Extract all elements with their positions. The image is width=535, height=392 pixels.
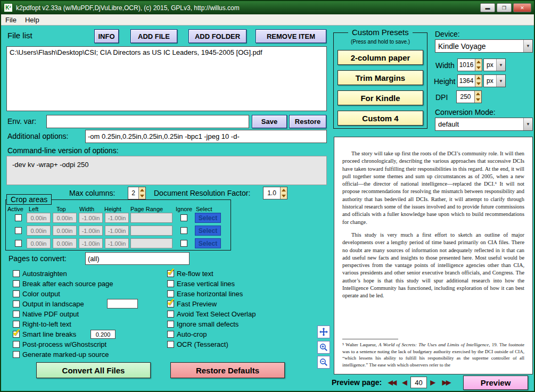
checkbox-auto-crop[interactable] [167, 331, 174, 338]
crop-top-input[interactable] [53, 238, 77, 248]
crop-left-input[interactable] [27, 213, 51, 223]
crop-active-checkbox[interactable] [15, 240, 22, 247]
spinner-up-icon[interactable] [475, 59, 482, 65]
spinner-up-icon[interactable] [139, 187, 145, 193]
crop-height-input[interactable] [105, 226, 129, 236]
checkbox-output-landscape[interactable] [13, 301, 20, 307]
restore-defaults-button[interactable]: Restore Defaults [170, 362, 285, 378]
spinner-down-icon[interactable] [475, 97, 481, 103]
menu-help[interactable]: Help [25, 16, 39, 24]
spinner-up-icon[interactable] [475, 75, 482, 81]
menu-file[interactable]: File [5, 16, 17, 24]
env-var-input[interactable] [46, 115, 249, 128]
save-button[interactable]: Save [252, 115, 287, 128]
dpi-spinner[interactable]: 250 [456, 90, 482, 103]
chevron-down-icon[interactable]: ▼ [523, 40, 532, 52]
resolution-factor-value[interactable]: 1.0 [264, 187, 280, 199]
last-page-button[interactable]: ▶▶ [439, 377, 454, 388]
max-columns-value[interactable]: 2 [128, 187, 138, 199]
close-button[interactable]: ✕ [513, 3, 531, 12]
landscape-pages-input[interactable] [107, 299, 138, 308]
chevron-down-icon[interactable]: ▼ [523, 118, 532, 130]
preview-button[interactable]: Preview [463, 376, 528, 390]
crop-ignore-checkbox[interactable] [180, 240, 187, 247]
max-columns-spinner[interactable]: 2 [128, 187, 146, 199]
additional-options-input[interactable] [85, 130, 327, 143]
checkbox-ignore-defects[interactable] [167, 321, 174, 328]
checkbox-break-after-page[interactable] [13, 280, 20, 287]
spinner-up-icon[interactable] [475, 91, 481, 97]
spinner-up-icon[interactable] [281, 187, 287, 193]
pages-to-convert-input[interactable] [85, 252, 190, 265]
crop-width-input[interactable] [79, 226, 103, 236]
fit-page-button[interactable] [317, 326, 330, 338]
info-button[interactable]: INFO [94, 29, 119, 43]
checkbox-native-pdf[interactable] [13, 311, 20, 318]
smart-line-breaks-input[interactable] [90, 330, 116, 339]
restore-button[interactable]: Restore [289, 115, 326, 128]
chevron-down-icon[interactable]: ▼ [496, 59, 505, 71]
crop-top-input[interactable] [53, 213, 77, 223]
spinner-down-icon[interactable] [475, 81, 482, 87]
conversion-mode-select[interactable]: default ▼ [435, 118, 533, 131]
spinner-down-icon[interactable] [281, 193, 287, 199]
width-unit-select[interactable]: px ▼ [483, 59, 506, 71]
crop-height-input[interactable] [105, 238, 129, 248]
crop-width-input[interactable] [79, 238, 103, 248]
remove-item-button[interactable]: REMOVE ITEM [256, 29, 326, 43]
first-page-button[interactable]: ◀◀ [384, 377, 399, 388]
width-value[interactable]: 1016 [458, 59, 475, 71]
preview-pane[interactable]: The story will take up first the roots o… [334, 137, 533, 374]
height-value[interactable]: 1364 [458, 75, 475, 87]
minimize-button[interactable]: ▬ [480, 3, 495, 12]
dpi-value[interactable]: 250 [457, 91, 474, 103]
crop-left-input[interactable] [27, 226, 51, 236]
file-list[interactable]: C:\Users\Flash\Desktop\CSI; CIA Director… [6, 46, 327, 111]
preset-trim-margins-button[interactable]: Trim Margins [338, 70, 423, 85]
zoom-in-button[interactable] [317, 341, 330, 354]
chevron-down-icon[interactable]: ▼ [496, 75, 505, 87]
crop-active-checkbox[interactable] [15, 214, 22, 221]
zoom-out-button[interactable] [317, 356, 330, 369]
checkbox-ocr[interactable] [167, 341, 174, 348]
device-select[interactable]: Kindle Voyage ▼ [435, 39, 533, 53]
crop-ignore-checkbox[interactable] [180, 214, 187, 221]
crop-select-button[interactable]: Select [195, 226, 221, 236]
checkbox-avoid-overlap[interactable] [167, 311, 174, 318]
height-unit-select[interactable]: px ▼ [483, 74, 506, 87]
preset-for-kindle-button[interactable]: For Kindle [338, 90, 423, 105]
crop-width-input[interactable] [79, 213, 103, 223]
checkbox-color-output[interactable] [13, 290, 20, 297]
height-spinner[interactable]: 1364 [457, 74, 482, 87]
previous-page-button[interactable]: ◀ [400, 377, 409, 388]
width-spinner[interactable]: 1016 [457, 59, 482, 71]
crop-page-range-input[interactable] [130, 226, 172, 236]
crop-active-checkbox[interactable] [15, 227, 22, 234]
convert-all-files-button[interactable]: Convert All Files [36, 362, 151, 378]
spinner-down-icon[interactable] [475, 65, 482, 71]
crop-page-range-input[interactable] [130, 213, 172, 223]
checkbox-fast-preview[interactable] [167, 301, 174, 307]
preset-custom-4-button[interactable]: Custom 4 [338, 111, 423, 126]
crop-select-button[interactable]: Select [195, 213, 221, 223]
checkbox-reflow-text[interactable] [167, 270, 174, 277]
add-folder-button[interactable]: ADD FOLDER [188, 29, 246, 43]
add-file-button[interactable]: ADD FILE [130, 29, 177, 43]
crop-select-button[interactable]: Select [195, 238, 221, 248]
checkbox-smart-line-breaks[interactable] [13, 331, 20, 338]
file-list-item[interactable]: C:\Users\Flash\Desktop\CSI; CIA Director… [7, 47, 326, 58]
maximize-button[interactable]: ❐ [497, 3, 512, 12]
crop-left-input[interactable] [27, 238, 51, 248]
crop-page-range-input[interactable] [130, 238, 172, 248]
spinner-down-icon[interactable] [139, 193, 145, 199]
resolution-factor-spinner[interactable]: 1.0 [263, 187, 287, 199]
checkbox-autostraighten[interactable] [13, 270, 20, 277]
preset-2-column-paper-button[interactable]: 2-column paper [338, 50, 423, 65]
crop-height-input[interactable] [105, 213, 129, 223]
crop-top-input[interactable] [53, 226, 77, 236]
checkbox-marked-up-source[interactable] [13, 351, 20, 358]
checkbox-erase-vertical[interactable] [167, 280, 174, 287]
crop-ignore-checkbox[interactable] [180, 227, 187, 234]
next-page-button[interactable]: ▶ [429, 377, 437, 388]
checkbox-ghostscript[interactable] [13, 341, 20, 348]
